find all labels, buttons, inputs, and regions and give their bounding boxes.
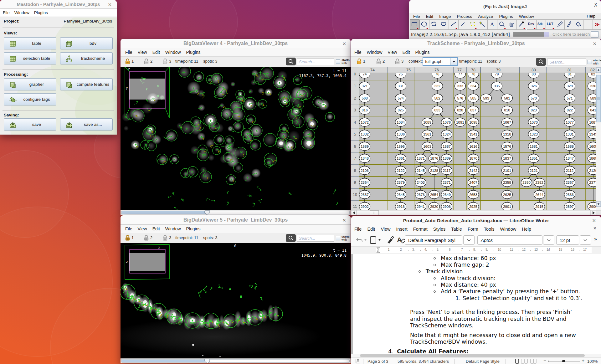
trackscheme-row-header[interactable]: 10 (353, 192, 357, 197)
toolbar-more-icon[interactable]: » (594, 236, 597, 242)
trackscheme-spot[interactable]: 1089 (422, 118, 433, 126)
trackscheme-spot[interactable]: 2653 (468, 190, 479, 199)
trackscheme-spot[interactable]: 1847 (564, 154, 575, 163)
undo-dropdown-icon[interactable] (364, 239, 367, 241)
bdv4-menu-window[interactable]: Window (165, 50, 181, 55)
trackscheme-spot[interactable]: 2128 (429, 166, 440, 175)
imagej-tool-dev-button[interactable]: Dev (527, 19, 536, 30)
writer-close-icon[interactable]: ✕ (592, 218, 596, 223)
trackscheme-spot[interactable]: 2897 (564, 203, 575, 211)
trackscheme-row-header[interactable]: 6 (354, 144, 356, 149)
trackscheme-spot[interactable]: 2676 (415, 190, 426, 199)
trackscheme-spot[interactable]: 568 (359, 94, 370, 102)
paste-dropdown-icon[interactable] (378, 239, 381, 241)
trackscheme-spot[interactable]: 1070 (528, 118, 539, 126)
writer-menu-window[interactable]: Window (500, 227, 516, 232)
bdv4-search-input[interactable] (297, 58, 334, 65)
imagej-close-icon[interactable]: X (594, 2, 597, 8)
bdv4-menu-file[interactable]: File (125, 50, 132, 55)
bdv4-lock2-icon[interactable] (143, 58, 149, 65)
trackscheme-spot[interactable]: 1588 (564, 142, 575, 151)
trackscheme-spot[interactable]: 332 (432, 82, 443, 90)
imagej-tool-stk-button[interactable]: Stk (536, 19, 546, 30)
writer-page[interactable]: Max distance: 60 pxMax frame gap: 2Track… (351, 254, 601, 354)
trackscheme-menu-edit[interactable]: Edit (402, 50, 410, 55)
writer-menu-edit[interactable]: Edit (367, 227, 375, 232)
bdv4-search-icon[interactable] (286, 58, 296, 65)
bdv5-search-icon[interactable] (286, 234, 296, 242)
bdv4-lock1-icon[interactable] (125, 58, 131, 65)
bdv5-menu-window[interactable]: Window (165, 226, 181, 231)
grapher-button[interactable]: grapher (4, 78, 56, 90)
trackscheme-graph[interactable]: 7475767778798081823213313323333343353263… (351, 67, 601, 215)
trackscheme-spot[interactable]: 1323 (528, 130, 539, 139)
writer-menu-form[interactable]: Form (468, 227, 478, 232)
trackscheme-spot[interactable]: 2367 (564, 178, 575, 187)
bdv5-starts-with-checkbox[interactable] (336, 236, 340, 240)
trackscheme-col-header[interactable]: 74 (370, 68, 375, 72)
trackscheme-context-dropdown[interactable]: full graph (423, 57, 458, 66)
bdv-button[interactable]: bdv (60, 37, 113, 49)
bdv4-lock3-icon[interactable] (162, 58, 168, 65)
bdv5-menu-edit[interactable]: Edit (152, 226, 160, 231)
trackscheme-spot[interactable]: 2633 (564, 190, 575, 199)
imagej-menu-help[interactable]: Help (587, 14, 595, 18)
font-name-dropdown-icon[interactable] (543, 235, 554, 245)
save-as-button[interactable]: save as... (60, 118, 113, 131)
trackscheme-spot[interactable]: 1091 (455, 118, 466, 126)
imagej-tool-line-icon[interactable] (449, 19, 458, 30)
trackscheme-spot[interactable]: 823 (528, 106, 539, 115)
imagej-menu-process[interactable]: Process (457, 14, 472, 19)
trackscheme-spot[interactable]: 2649 (441, 190, 452, 199)
trackscheme-titlebar[interactable]: TrackScheme - Parhyale_LimbDev_30tps (351, 39, 601, 48)
imagej-menu-file[interactable]: File (413, 14, 420, 19)
trackscheme-spot[interactable]: 810 (502, 106, 513, 115)
imagej-search-box[interactable] (591, 31, 598, 38)
imagej-menu-analyze[interactable]: Analyze (478, 14, 493, 19)
writer-menu-view[interactable]: View (381, 227, 390, 232)
trackscheme-spot[interactable]: 1077 (564, 118, 575, 126)
trackscheme-spot[interactable]: 1324 (441, 130, 452, 139)
save-button[interactable]: save (4, 118, 56, 131)
writer-word-count[interactable]: 595 words, 3,494 characters (398, 359, 449, 364)
bdv4-menu-plugins[interactable]: Plugins (186, 50, 201, 55)
zoom-slider[interactable] (548, 360, 580, 362)
indent-marker-icon[interactable] (376, 247, 380, 253)
imagej-tool-more-icon[interactable]: ≫ (593, 19, 601, 30)
trackscheme-context-arrow-icon[interactable] (450, 58, 457, 65)
trackscheme-search-input[interactable] (547, 59, 586, 65)
paragraph-style-dropdown-icon[interactable] (463, 235, 475, 245)
trackscheme-spot[interactable]: 574 (395, 94, 406, 102)
trackscheme-spot[interactable]: 1084 (395, 118, 406, 126)
trackscheme-spot[interactable]: 2902 (359, 203, 370, 211)
trackscheme-spot[interactable]: 837 (468, 106, 479, 115)
trackscheme-spot[interactable]: 1589 (359, 142, 370, 151)
imagej-tool-text-icon[interactable]: A (487, 19, 497, 30)
trackscheme-spot[interactable]: 1331 (564, 130, 575, 139)
bdv5-lock3-icon[interactable] (162, 235, 168, 242)
trackscheme-spot[interactable]: 2915 (534, 203, 545, 211)
trackscheme-col-header[interactable]: 82 (590, 68, 595, 72)
clone-formatting-icon[interactable] (386, 235, 394, 244)
trackscheme-menu-plugins[interactable]: Plugins (415, 50, 430, 55)
paste-icon[interactable] (369, 235, 377, 244)
trackscheme-spot[interactable]: 1616 (468, 142, 479, 151)
trackscheme-spot[interactable]: 1871 (415, 154, 426, 163)
trackscheme-spot[interactable]: 2142 (468, 166, 479, 175)
trackscheme-spot[interactable]: 1336 (395, 130, 406, 139)
trackscheme-spot[interactable]: 331 (395, 82, 406, 90)
trackscheme-spot[interactable]: 335 (491, 82, 502, 90)
mastodon-menu-plugins[interactable]: Plugins (34, 10, 48, 15)
trackscheme-hscrollbar-thumb[interactable] (370, 211, 379, 215)
trackscheme-spot[interactable]: 326 (528, 82, 539, 90)
trackscheme-spot[interactable]: 576 (455, 94, 466, 102)
trackscheme-spot[interactable]: 2916 (395, 203, 406, 211)
writer-titlebar[interactable]: Protocol_Auto-Detection_Auto-Linking.doc… (351, 216, 601, 225)
trackscheme-lock2-icon[interactable] (376, 58, 382, 65)
trackscheme-spot[interactable]: 1576 (502, 142, 513, 151)
trackscheme-spot[interactable]: 2358 (502, 178, 513, 187)
trackscheme-spot[interactable]: 2106 (359, 166, 370, 175)
trackscheme-spot[interactable]: 2112 (564, 166, 575, 175)
trackscheme-row-header[interactable]: 4 (354, 120, 356, 125)
font-size-dropdown-icon[interactable] (580, 235, 591, 245)
